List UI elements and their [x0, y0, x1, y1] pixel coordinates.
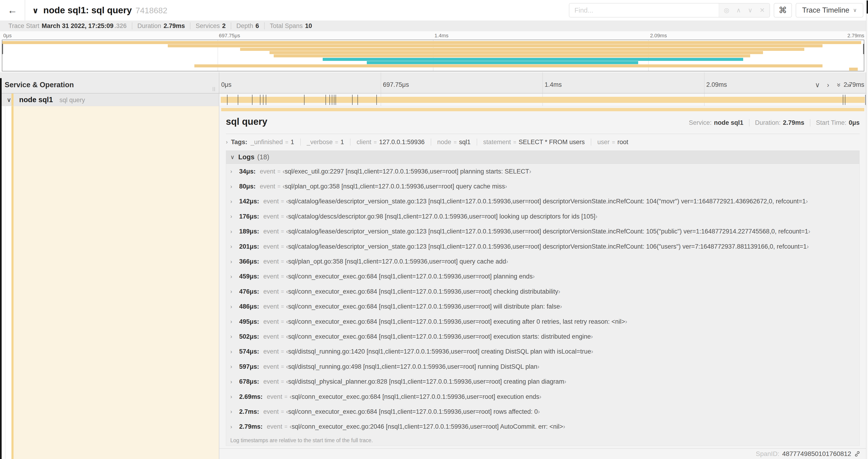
- span-operation-name: sql query: [60, 97, 85, 104]
- logs-header[interactable]: ∨ Logs (18): [226, 151, 859, 164]
- equals-sign: =: [281, 379, 284, 385]
- log-timestamp: 366μs:: [239, 258, 259, 265]
- focus-target-icon[interactable]: ◎: [724, 6, 730, 14]
- log-row[interactable]: ›2.79ms:event=‹sql/conn_executor_exec.go…: [226, 419, 859, 434]
- log-expand-chevron-icon: ›: [230, 379, 236, 385]
- span-id-value: 4877749850101760812: [782, 450, 851, 458]
- find-prev-icon[interactable]: ∧: [736, 6, 741, 14]
- log-message: sql/conn_executor_exec.go:684 [nsql1,cli…: [288, 303, 560, 310]
- close-quote-icon: ›: [564, 378, 566, 385]
- open-quote-icon: ‹: [286, 228, 288, 235]
- column-resize-grip[interactable]: [213, 87, 215, 91]
- deep-link-icon[interactable]: [854, 451, 861, 457]
- log-timestamp: 189μs:: [239, 228, 259, 235]
- log-message: sql/plan_opt.go:358 [nsql1,client=127.0.…: [285, 183, 505, 190]
- timeline-tick-label: 0μs: [219, 81, 231, 88]
- view-selector-button[interactable]: Trace Timeline ∨: [796, 3, 863, 18]
- log-row[interactable]: ›201μs:event=‹sql/catalog/lease/descript…: [226, 239, 859, 254]
- meta-value: 6: [255, 22, 259, 30]
- log-row[interactable]: ›2.7ms:event=‹sql/conn_executor_exec.go:…: [226, 404, 859, 419]
- minimap-span-bar: [168, 44, 823, 47]
- tag-item: user=root: [591, 138, 634, 145]
- meta-value-fraction: .326: [114, 22, 127, 30]
- detail-divider: [226, 134, 860, 134]
- log-field-key: event: [264, 228, 279, 235]
- log-row[interactable]: ›486μs:event=‹sql/conn_executor_exec.go:…: [226, 299, 859, 314]
- log-row[interactable]: ›34μs:event=‹sql/exec_util.go:2297 [nsql…: [226, 164, 859, 179]
- minimap-left-drag-handle[interactable]: [2, 44, 3, 54]
- log-field-key: event: [267, 393, 282, 400]
- log-field-key: event: [260, 183, 275, 190]
- log-field-key: event: [264, 318, 279, 325]
- log-row[interactable]: ›366μs:event=‹sql/plan_opt.go:358 [nsql1…: [226, 254, 859, 269]
- log-row[interactable]: ›476μs:event=‹sql/conn_executor_exec.go:…: [226, 284, 859, 299]
- log-event-marker: [865, 95, 866, 105]
- log-row[interactable]: ›189μs:event=‹sql/catalog/lease/descript…: [226, 224, 859, 239]
- equals-sign: =: [281, 408, 284, 415]
- vertical-scrollbar[interactable]: [866, 0, 868, 459]
- view-selector-label: Trace Timeline: [802, 6, 849, 14]
- log-message-wrap: ‹sql/distsql_running.go:1420 [nsql1,clie…: [286, 348, 593, 355]
- log-message-wrap: ‹sql/conn_executor_exec.go:684 [nsql1,cl…: [286, 318, 627, 325]
- log-row[interactable]: ›495μs:event=‹sql/conn_executor_exec.go:…: [226, 314, 859, 329]
- scrollbar-thumb[interactable]: [867, 0, 868, 13]
- tag-value: root: [617, 138, 628, 146]
- log-expand-chevron-icon: ›: [230, 408, 236, 415]
- log-row[interactable]: ›678μs:event=‹sql/distsql_physical_plann…: [226, 374, 859, 389]
- equals-sign: =: [281, 273, 284, 280]
- tag-key: user: [597, 138, 610, 146]
- chevron-down-icon: ∨: [853, 7, 857, 13]
- timeline-grid-line: [381, 72, 381, 93]
- tags-row[interactable]: › Tags: _unfinished=1_verbose=1client=12…: [226, 137, 860, 147]
- log-message: sql/conn_executor_exec.go:684 [nsql1,cli…: [292, 393, 539, 400]
- tag-value: sql1: [459, 138, 471, 146]
- find-next-icon[interactable]: ∨: [748, 6, 752, 14]
- timeline-grid-header: Service & Operation ∨ › « » 0μs697.75μs1…: [0, 72, 866, 94]
- log-field-key: event: [264, 408, 279, 415]
- log-row[interactable]: ›502μs:event=‹sql/conn_executor_exec.go:…: [226, 329, 859, 344]
- minimap-tick-label: 2.09ms: [649, 33, 667, 39]
- open-quote-icon: ‹: [286, 318, 288, 325]
- log-row[interactable]: ›2.69ms:event=‹sql/conn_executor_exec.go…: [226, 389, 859, 404]
- tag-item: _verbose=1: [300, 138, 350, 145]
- minimap-right-drag-handle[interactable]: [863, 44, 864, 54]
- find-input[interactable]: [569, 3, 719, 17]
- minimap-tick-label: 697.75μs: [217, 33, 240, 39]
- trace-collapse-chevron-icon[interactable]: ∨: [32, 6, 39, 15]
- log-field-key: event: [264, 198, 279, 205]
- log-field-key: event: [264, 288, 279, 295]
- log-event-marker: [260, 95, 260, 105]
- log-row[interactable]: ›459μs:event=‹sql/conn_executor_exec.go:…: [226, 269, 859, 284]
- log-timestamp: 495μs:: [239, 318, 259, 325]
- overview-item: Service:node sql1: [683, 119, 749, 126]
- close-quote-icon: ›: [808, 228, 810, 235]
- log-row[interactable]: ›574μs:event=‹sql/distsql_running.go:142…: [226, 344, 859, 359]
- expanded-span-background: [13, 106, 219, 459]
- log-message: sql/conn_executor_exec.go:684 [nsql1,cli…: [288, 288, 558, 295]
- log-row[interactable]: ›597μs:event=‹sql/distsql_running.go:498…: [226, 359, 859, 374]
- open-quote-icon: ‹: [289, 423, 292, 430]
- log-expand-chevron-icon: ›: [230, 258, 236, 265]
- span-name-cell[interactable]: ∨ node sql1 sql query: [2, 94, 219, 106]
- timeline-grid-line: [704, 72, 705, 93]
- log-row[interactable]: ›176μs:event=‹sql/catalog/descs/descript…: [226, 209, 859, 224]
- log-expand-chevron-icon: ›: [230, 318, 236, 325]
- log-expand-chevron-icon: ›: [230, 363, 236, 370]
- tag-value: 1: [340, 138, 344, 146]
- log-field-key: event: [264, 273, 279, 280]
- tags-list: _unfinished=1_verbose=1client=127.0.0.1:…: [247, 138, 634, 145]
- minimap-canvas[interactable]: [2, 40, 864, 71]
- open-quote-icon: ‹: [283, 168, 285, 175]
- back-button[interactable]: ←: [0, 0, 25, 21]
- span-detail-row: sql query Service:node sql1Duration:2.79…: [0, 106, 866, 459]
- keyboard-shortcuts-button[interactable]: ⌘: [774, 3, 792, 18]
- span-collapse-chevron-icon[interactable]: ∨: [7, 96, 11, 103]
- log-field-key: event: [264, 258, 279, 265]
- log-row[interactable]: ›80μs:event=‹sql/plan_opt.go:358 [nsql1,…: [226, 179, 859, 194]
- log-row[interactable]: ›142μs:event=‹sql/catalog/lease/descript…: [226, 194, 859, 209]
- log-expand-chevron-icon: ›: [230, 333, 236, 340]
- log-message-wrap: ‹sql/conn_executor_exec.go:684 [nsql1,cl…: [286, 273, 535, 280]
- find-clear-icon[interactable]: ✕: [760, 6, 765, 14]
- log-event-marker: [227, 95, 227, 105]
- span-duration-bar[interactable]: [221, 97, 865, 103]
